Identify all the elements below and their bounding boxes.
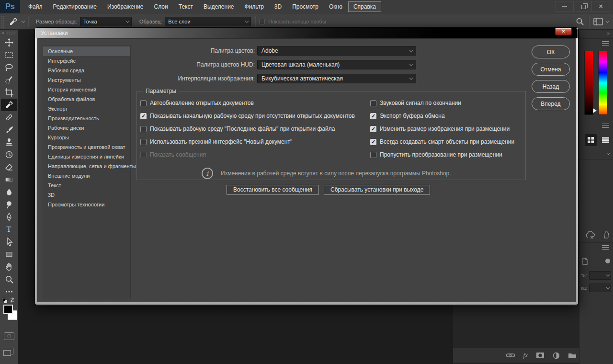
move-tool[interactable]	[1, 36, 17, 49]
screen-mode-button[interactable]	[5, 348, 13, 354]
layer-mask-icon[interactable]	[536, 352, 545, 359]
new-group-folder-icon[interactable]	[568, 352, 577, 359]
quick-mask-button[interactable]	[4, 332, 14, 340]
chevron-down-icon[interactable]	[606, 151, 610, 155]
minimize-button[interactable]	[556, 1, 574, 11]
adjustment-layer-icon[interactable]	[553, 352, 560, 359]
checkbox[interactable]: ✓	[140, 100, 147, 106]
dialog-close-button[interactable]: ×	[555, 28, 572, 35]
menu-item[interactable]: Файл	[23, 0, 48, 13]
action-button[interactable]: Назад	[532, 80, 570, 93]
rectangular-marquee-tool[interactable]	[1, 49, 17, 61]
sidebar-item[interactable]: Рабочие диски	[43, 123, 130, 133]
brush-tool[interactable]	[1, 124, 17, 136]
dialog-title-bar[interactable]: Установки	[35, 28, 578, 38]
checkbox[interactable]: ✓	[370, 100, 376, 106]
sidebar-item[interactable]: Текст	[43, 181, 130, 190]
sidebar-item[interactable]: Внешние модули	[43, 171, 130, 181]
dropdown[interactable]: Бикубическая автоматическая	[257, 74, 416, 83]
sidebar-item[interactable]: Экспорт	[43, 104, 130, 114]
checkbox[interactable]: ✓	[370, 126, 376, 132]
sidebar-item[interactable]: Основные	[43, 46, 130, 56]
checkbox[interactable]: ✓	[370, 139, 376, 145]
quick-selection-tool[interactable]	[1, 74, 17, 86]
checkbox[interactable]: ✓	[370, 152, 376, 158]
gradient-tool[interactable]	[1, 173, 17, 186]
path-selection-tool[interactable]	[1, 236, 17, 248]
checkbox[interactable]: ✓	[140, 126, 147, 132]
eraser-tool[interactable]	[1, 161, 17, 173]
dropdown[interactable]: Цветовая шкала (маленькая)	[257, 60, 416, 69]
menu-item[interactable]: 3D	[269, 0, 287, 13]
toolbar-collapse-icon[interactable]: »	[1, 31, 4, 35]
default-colors-icon[interactable]	[2, 297, 16, 304]
blur-tool[interactable]	[1, 186, 17, 198]
restore-button[interactable]	[574, 1, 592, 11]
search-icon[interactable]	[575, 17, 585, 26]
checkbox[interactable]: ✓	[140, 113, 147, 119]
panel-collapse-icon[interactable]: »	[607, 31, 610, 36]
show-ring-checkbox[interactable]	[259, 19, 265, 24]
sidebar-item[interactable]: Курсоры	[43, 133, 130, 142]
action-button[interactable]: Вперед	[532, 97, 570, 110]
menu-item[interactable]: Выделение	[198, 0, 239, 13]
hue-slider-pointer[interactable]	[593, 108, 597, 113]
list-view-button[interactable]	[600, 134, 612, 146]
lasso-tool[interactable]	[1, 61, 17, 74]
sidebar-item[interactable]: Рабочая среда	[43, 66, 130, 75]
more-tools-ellipsis-icon[interactable]	[1, 285, 17, 298]
link-layers-icon[interactable]	[506, 352, 515, 359]
color-panel-menu-icon[interactable]	[602, 41, 609, 47]
flat-button[interactable]: Восстановить все сообщения	[227, 185, 319, 195]
sidebar-item[interactable]: Прозрачность и цветовой охват	[43, 142, 130, 152]
menu-item[interactable]: Изображение	[102, 0, 149, 13]
layer-style-fx-icon[interactable]: fx	[523, 352, 528, 359]
menu-item[interactable]: Редактирование	[48, 0, 102, 13]
pen-tool[interactable]	[1, 211, 17, 223]
toolbar-grip[interactable]	[6, 31, 16, 35]
delete-trash-icon[interactable]	[603, 231, 610, 239]
layers-panel-menu-icon[interactable]	[602, 245, 609, 251]
type-tool[interactable]: T	[1, 223, 17, 236]
sidebar-item[interactable]: 3D	[43, 190, 130, 200]
action-button[interactable]: Отмена	[532, 63, 570, 76]
zoom-tool[interactable]	[1, 273, 17, 285]
opacity-select[interactable]	[589, 271, 611, 280]
sidebar-item[interactable]: Инструменты	[43, 75, 130, 85]
menu-item[interactable]: Текст	[173, 0, 198, 13]
sidebar-item[interactable]: Интерфейс	[43, 56, 130, 66]
crop-tool[interactable]	[1, 86, 17, 99]
chevron-down-icon[interactable]	[605, 19, 609, 23]
sample-size-select[interactable]: Точка	[80, 17, 132, 26]
swatches-panel-menu-icon[interactable]	[602, 124, 609, 129]
filter-toggle[interactable]	[605, 259, 610, 263]
spot-healing-brush-tool[interactable]	[1, 111, 17, 124]
action-button[interactable]: ОК	[532, 46, 570, 58]
menu-item[interactable]: Фильтр	[239, 0, 269, 13]
sidebar-item[interactable]: Обработка файлов	[43, 94, 130, 104]
cloud-sync-off-icon[interactable]	[585, 231, 595, 239]
options-bar-grip[interactable]	[1, 15, 5, 28]
close-button[interactable]: ×	[592, 1, 610, 11]
history-brush-tool[interactable]	[1, 148, 17, 161]
current-tool-preview[interactable]	[9, 17, 24, 26]
checkbox[interactable]: ✓	[140, 152, 147, 158]
dodge-tool[interactable]	[1, 198, 17, 211]
menu-item[interactable]: Окно	[324, 0, 348, 13]
flat-button[interactable]: Сбрасывать установки при выходе	[324, 185, 430, 195]
foreground-color-swatch[interactable]	[3, 305, 13, 314]
swap-colors-icon[interactable]	[9, 297, 15, 303]
menu-item[interactable]: Справка	[348, 1, 381, 12]
sidebar-item[interactable]: Просмотры технологии	[43, 200, 130, 209]
clone-stamp-tool[interactable]	[1, 136, 17, 148]
menu-item[interactable]: Слои	[149, 0, 173, 13]
dropdown[interactable]: Adobe	[257, 46, 416, 56]
checkbox[interactable]: ✓	[140, 139, 147, 145]
red-gradient-ramp[interactable]	[584, 51, 593, 115]
sample-select[interactable]: Все слои	[165, 17, 251, 26]
menu-item[interactable]: Просмотр	[287, 0, 324, 13]
sidebar-item[interactable]: Единицы измерения и линейки	[43, 152, 130, 161]
workspace-icon[interactable]	[593, 17, 603, 26]
layer-kind-icon[interactable]	[582, 258, 588, 265]
sidebar-item[interactable]: Направляющие, сетка и фрагменты	[43, 161, 130, 171]
